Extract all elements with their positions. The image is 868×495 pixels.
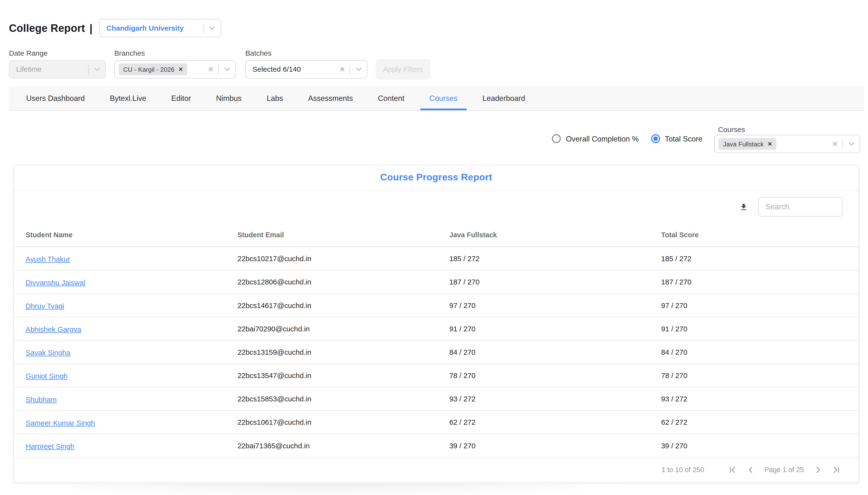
courses-select[interactable]: Java Fullstack ✕ ✕ bbox=[714, 135, 860, 153]
java-fullstack-score-cell: 187 / 270 bbox=[449, 278, 661, 286]
tab[interactable]: Courses bbox=[420, 86, 466, 110]
java-fullstack-score-cell: 39 / 270 bbox=[449, 442, 661, 450]
table-row: Sameer Kumar Singh 22bcs10617@cuchd.in 6… bbox=[14, 411, 858, 434]
total-score-cell: 84 / 270 bbox=[661, 348, 858, 357]
tab-label: Labs bbox=[267, 94, 283, 102]
java-fullstack-score-cell: 84 / 270 bbox=[449, 348, 661, 357]
student-name-link[interactable]: Sameer Kumar Singh bbox=[26, 419, 95, 427]
student-name-link[interactable]: Sayak Singha bbox=[26, 348, 70, 357]
university-select-value: Chandigarh University bbox=[107, 24, 203, 32]
student-email-cell: 22bcs14617@cuchd.in bbox=[238, 302, 449, 310]
chevron-down-icon[interactable] bbox=[218, 67, 235, 71]
search-box bbox=[758, 197, 843, 217]
metric-radio-group: Overall Completion % Total Score bbox=[552, 134, 703, 143]
courses-label: Courses bbox=[718, 125, 745, 134]
page: College Report | Chandigarh University D… bbox=[0, 0, 868, 495]
radio-unchecked-icon[interactable] bbox=[552, 134, 561, 143]
student-email-cell: 22bai71365@cuchd.in bbox=[238, 442, 449, 450]
radio-overall-completion-label: Overall Completion % bbox=[566, 134, 639, 143]
java-fullstack-score-cell: 97 / 270 bbox=[449, 302, 661, 310]
next-page-icon[interactable] bbox=[812, 464, 824, 476]
student-email-cell: 22bcs15853@cuchd.in bbox=[238, 395, 449, 403]
pagination-range: 1 to 10 of 250 bbox=[661, 466, 704, 474]
tab[interactable]: Labs bbox=[258, 86, 292, 110]
total-score-cell: 78 / 270 bbox=[661, 372, 858, 380]
branch-chip: CU - Kargil - 2026 ✕ bbox=[119, 64, 188, 75]
radio-total-score[interactable]: Total Score bbox=[651, 134, 703, 143]
student-email-cell: 22bai70290@cuchd.in bbox=[238, 325, 449, 333]
tab[interactable]: Assessments bbox=[299, 86, 362, 110]
java-fullstack-score-cell: 185 / 272 bbox=[449, 255, 661, 263]
tab[interactable]: Nimbus bbox=[207, 86, 250, 110]
branches-select[interactable]: CU - Kargil - 2026 ✕ ✕ bbox=[114, 60, 236, 79]
clear-icon[interactable]: ✕ bbox=[335, 65, 349, 73]
date-range-label: Date Range bbox=[9, 49, 48, 57]
total-score-cell: 187 / 270 bbox=[661, 278, 858, 286]
title-separator: | bbox=[89, 22, 93, 34]
search-input[interactable] bbox=[766, 203, 836, 211]
tab[interactable]: Editor bbox=[162, 86, 200, 110]
radio-overall-completion[interactable]: Overall Completion % bbox=[552, 134, 638, 143]
student-name-link[interactable]: Harpreet Singh bbox=[26, 442, 74, 450]
student-name-link[interactable]: Shubham bbox=[26, 395, 56, 404]
student-email-cell: 22bcs10217@cuchd.in bbox=[238, 255, 449, 263]
batches-value: Selected 6/140 bbox=[246, 65, 335, 73]
radio-checked-icon[interactable] bbox=[651, 134, 660, 143]
last-page-icon[interactable] bbox=[830, 464, 842, 476]
batches-select[interactable]: Selected 6/140 ✕ bbox=[245, 60, 367, 79]
student-email-cell: 22bcs13159@cuchd.in bbox=[238, 348, 449, 357]
chevron-down-icon[interactable] bbox=[88, 67, 105, 71]
tab-label: Courses bbox=[429, 94, 457, 102]
course-chip-label: Java Fullstack bbox=[723, 140, 764, 147]
page-header: College Report | Chandigarh University bbox=[9, 19, 221, 37]
chevron-down-icon[interactable] bbox=[350, 67, 367, 71]
student-name-link[interactable]: Gunjot Singh bbox=[26, 372, 67, 380]
student-name-link[interactable]: Ayush Thakur bbox=[26, 255, 70, 263]
chevron-down-icon[interactable] bbox=[843, 142, 860, 146]
previous-page-icon[interactable] bbox=[744, 464, 756, 476]
column-header-total-score: Total Score bbox=[661, 231, 858, 239]
table-toolbar bbox=[14, 191, 858, 223]
java-fullstack-score-cell: 78 / 270 bbox=[449, 372, 661, 380]
table-row: Dhruv Tyagi 22bcs14617@cuchd.in 97 / 270… bbox=[14, 294, 858, 318]
student-name-link[interactable]: Abhishek Gargya bbox=[26, 325, 81, 333]
tab[interactable]: Content bbox=[369, 86, 413, 110]
chevron-down-icon[interactable] bbox=[204, 26, 221, 30]
tab[interactable]: Bytexl.Live bbox=[101, 86, 155, 110]
below-fold-shadow bbox=[72, 484, 630, 495]
table-row: Harpreet Singh 22bai71365@cuchd.in 39 / … bbox=[14, 435, 858, 458]
branches-label: Branches bbox=[114, 49, 145, 57]
tab[interactable]: Users Dashboard bbox=[17, 86, 94, 110]
university-select[interactable]: Chandigarh University bbox=[99, 19, 221, 37]
student-name-link[interactable]: Dhruv Tyagi bbox=[26, 302, 64, 310]
clear-icon[interactable]: ✕ bbox=[203, 65, 218, 73]
radio-total-score-label: Total Score bbox=[665, 134, 703, 143]
student-name-link[interactable]: Divyanshu Jaiswal bbox=[26, 278, 85, 287]
apply-filters-button[interactable]: Apply Filters bbox=[376, 59, 430, 80]
column-header-java-fullstack: Java Fullstack bbox=[449, 231, 661, 239]
first-page-icon[interactable] bbox=[726, 464, 738, 476]
pagination: 1 to 10 of 250 Page 1 of 25 bbox=[14, 458, 858, 482]
column-header-student-email: Student Email bbox=[238, 231, 449, 239]
total-score-cell: 93 / 272 bbox=[661, 395, 858, 403]
chip-remove-icon[interactable]: ✕ bbox=[178, 66, 183, 72]
table-row: Gunjot Singh 22bcs13547@cuchd.in 78 / 27… bbox=[14, 364, 858, 388]
java-fullstack-score-cell: 93 / 272 bbox=[449, 395, 661, 403]
chip-remove-icon[interactable]: ✕ bbox=[768, 141, 772, 147]
clear-icon[interactable]: ✕ bbox=[828, 140, 842, 148]
table-row: Shubham 22bcs15853@cuchd.in 93 / 272 93 … bbox=[14, 388, 858, 411]
download-icon[interactable] bbox=[736, 199, 751, 215]
tab-label: Bytexl.Live bbox=[110, 94, 146, 102]
tab-label: Nimbus bbox=[216, 94, 242, 102]
date-range-select[interactable]: Lifetime bbox=[9, 60, 106, 79]
java-fullstack-score-cell: 62 / 272 bbox=[449, 419, 661, 427]
tab-bar: Users Dashboard Bytexl.Live Editor Nimbu… bbox=[9, 86, 864, 111]
tab-label: Users Dashboard bbox=[26, 94, 85, 102]
card-header: Course Progress Report bbox=[14, 165, 858, 191]
tab-label: Editor bbox=[171, 94, 191, 102]
total-score-cell: 39 / 270 bbox=[661, 442, 858, 450]
tab[interactable]: Leaderboard bbox=[474, 86, 534, 110]
tab-label: Content bbox=[378, 94, 404, 102]
table-body: Ayush Thakur 22bcs10217@cuchd.in 185 / 2… bbox=[14, 248, 858, 458]
pagination-page-label: Page 1 of 25 bbox=[764, 466, 804, 474]
